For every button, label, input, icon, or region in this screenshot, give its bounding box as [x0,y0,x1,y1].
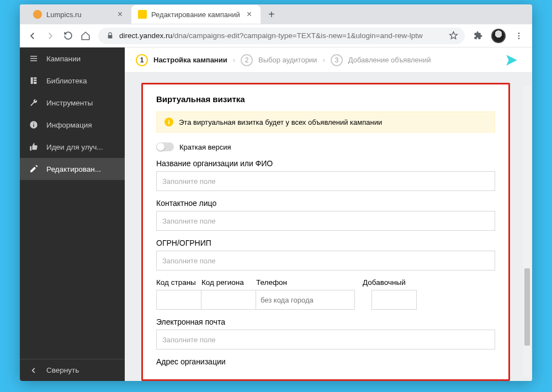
svg-point-1 [518,35,520,36]
scrollbar[interactable] [523,86,531,377]
sidebar-item-info[interactable]: Информация [20,114,125,136]
favicon-icon [33,10,42,19]
ogrn-label: ОГРН/ОГРНИП [156,239,495,247]
step-1-num: 1 [136,54,148,66]
sidebar-item-label: Библиотека [46,77,87,85]
phone-country-input[interactable] [156,290,201,310]
email-input[interactable] [156,330,495,349]
phone-input[interactable] [256,290,355,310]
tab-title: Lumpics.ru [46,10,82,19]
phone-label: Телефон [256,278,355,287]
notice-banner: i Эта виртуальная визитка будет у всех о… [156,112,495,133]
step-3-num: 3 [331,54,343,66]
reload-button[interactable] [63,31,73,40]
address-label: Адрес организации [156,357,495,366]
star-icon[interactable] [448,31,458,40]
phone-country-label: Код страны [156,278,201,287]
sidebar-item-edit[interactable]: Редактирован... [20,158,125,180]
svg-point-2 [518,38,520,39]
list-icon [29,54,39,63]
back-button[interactable] [28,31,38,41]
address-bar: direct.yandex.ru/dna/campaigns-edit?camp… [20,24,532,47]
sidebar-item-label: Кампании [46,55,81,63]
home-button[interactable] [81,31,91,41]
contact-input[interactable] [156,211,495,231]
pencil-icon [29,165,39,173]
tab-close-icon[interactable]: × [115,9,125,19]
org-name-label: Название организации или ФИО [156,159,495,168]
step-2-num: 2 [241,54,253,66]
ogrn-input[interactable] [156,251,495,271]
steps-bar: 1 Настройка кампании › 2 Выбор аудитории… [125,47,532,73]
chevron-left-icon [29,367,39,374]
url-text: direct.yandex.ru/dna/campaigns-edit?camp… [119,31,423,40]
sidebar-collapse-label: Свернуть [46,366,79,374]
phone-ext-label: Добавочный [363,278,417,287]
card-title: Виртуальная визитка [156,94,495,104]
forward-button[interactable] [45,31,55,41]
wrench-icon [29,98,39,107]
org-name-input[interactable] [156,171,495,191]
step-3-label[interactable]: Добавление объявлений [348,56,431,64]
profile-avatar[interactable] [491,29,506,43]
notice-text: Эта виртуальная визитка будет у всех объ… [179,118,382,126]
extension-icon[interactable] [473,30,484,41]
sidebar: Кампании Библиотека Инструменты Информац… [20,47,125,381]
contact-label: Контактное лицо [156,199,495,208]
email-label: Электронная почта [156,317,495,326]
tab-title: Редактирование кампаний [151,10,240,19]
phone-ext-input[interactable] [371,290,417,310]
sidebar-item-library[interactable]: Библиотека [20,70,125,92]
step-2-label[interactable]: Выбор аудитории [258,56,317,64]
step-1-label: Настройка кампании [153,56,227,64]
tab-campaigns-edit[interactable]: Редактирование кампаний × [131,5,261,24]
sidebar-item-label: Редактирован... [46,165,101,173]
phone-region-input[interactable] [201,290,256,310]
tab-lumpics[interactable]: Lumpics.ru × [26,5,131,24]
info-icon [29,120,39,129]
info-icon: i [164,118,173,126]
short-version-toggle[interactable] [156,142,174,151]
sidebar-item-label: Инструменты [46,99,93,107]
menu-icon[interactable] [513,30,524,41]
tab-close-icon[interactable]: × [245,9,254,19]
send-button[interactable] [502,51,521,70]
sidebar-item-campaigns[interactable]: Кампании [20,47,125,70]
chevron-right-icon: › [233,56,235,64]
phone-region-label: Код региона [201,278,256,287]
sidebar-item-tools[interactable]: Инструменты [20,92,125,114]
new-tab-button[interactable]: + [264,8,279,21]
sidebar-collapse[interactable]: Свернуть [20,359,125,381]
sidebar-item-label: Информация [46,121,92,129]
scrollbar-thumb[interactable] [524,268,530,346]
url-bar[interactable]: direct.yandex.ru/dna/campaigns-edit?camp… [98,28,465,44]
favicon-icon [138,10,147,19]
thumb-icon [29,142,39,151]
svg-point-0 [518,33,520,34]
virtual-card-form: Виртуальная визитка i Эта виртуальная ви… [141,83,510,381]
lock-icon [105,32,115,39]
short-version-label: Краткая версия [179,143,231,151]
chevron-right-icon: › [322,56,325,64]
sidebar-item-label: Идеи для улуч... [46,143,103,151]
book-icon [29,76,39,85]
tab-strip: Lumpics.ru × Редактирование кампаний × + [20,4,532,24]
sidebar-item-ideas[interactable]: Идеи для улуч... [20,136,125,158]
